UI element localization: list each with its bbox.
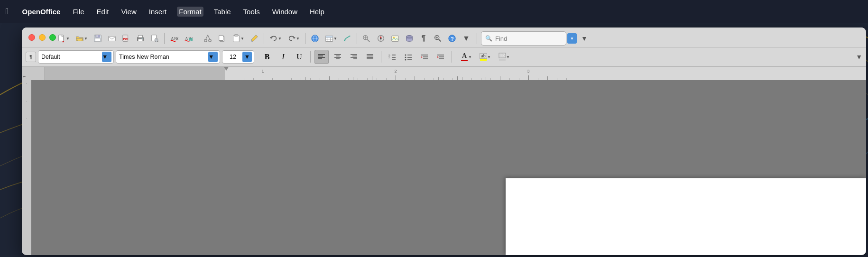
toolbar-row2: ¶ Default ▼ Times New Roman ▼ 12 ▼ <box>22 47 866 65</box>
find-bar[interactable]: 🔍 <box>481 31 566 46</box>
close-button[interactable] <box>28 34 35 41</box>
minimize-button[interactable] <box>39 34 46 41</box>
italic-button[interactable]: I <box>276 50 290 64</box>
draw-function-button[interactable] <box>341 32 354 45</box>
svg-rect-9 <box>139 36 143 38</box>
unordered-list-button[interactable] <box>401 50 416 64</box>
maximize-button[interactable] <box>49 34 56 41</box>
ordered-list-button[interactable]: 1. 2. <box>385 50 399 64</box>
paragraph-style-icon: ¶ <box>26 52 36 62</box>
paste-button[interactable]: ▼ <box>230 32 247 45</box>
find-replace-button[interactable] <box>360 32 373 45</box>
svg-point-11 <box>142 38 143 39</box>
copy-button[interactable] <box>215 32 229 45</box>
find-dropdown-button[interactable]: ▼ <box>567 33 577 44</box>
menu-edit[interactable]: Edit <box>95 7 111 17</box>
insert-table-button[interactable]: ▼ <box>323 32 340 45</box>
align-center-button[interactable] <box>331 50 345 64</box>
navigator-button[interactable] <box>374 32 388 45</box>
justify-button[interactable] <box>363 50 377 64</box>
svg-text:✓: ✓ <box>190 38 192 41</box>
vertical-ruler: · · · <box>22 80 31 255</box>
svg-line-52 <box>439 39 441 42</box>
separator-find <box>477 33 477 44</box>
svg-point-49 <box>406 36 413 38</box>
new-doc-button[interactable]: ▼ <box>55 32 72 45</box>
toolbar-row1: ▼ ▼ <box>22 29 866 47</box>
document-content[interactable] <box>31 80 866 255</box>
find-input[interactable] <box>495 35 547 42</box>
horizontal-ruler: 1 2 3 <box>45 67 866 80</box>
underline-button[interactable]: U <box>292 50 306 64</box>
menu-tools[interactable]: Tools <box>241 7 262 17</box>
save-button[interactable] <box>91 32 104 45</box>
bold-button[interactable]: B <box>260 50 274 64</box>
highlight-color-button[interactable]: ab ▼ <box>475 50 492 64</box>
separator-fmt3 <box>452 51 452 63</box>
hyperlink-button[interactable] <box>308 32 322 45</box>
svg-line-22 <box>206 35 208 40</box>
database-button[interactable] <box>403 32 416 45</box>
menu-insert[interactable]: Insert <box>147 7 169 17</box>
open-button[interactable]: ▼ <box>73 32 90 45</box>
menu-table[interactable]: Table <box>212 7 233 17</box>
apple-menu[interactable]:  <box>6 7 9 17</box>
formatting-marks-button[interactable]: ¶ <box>417 32 430 45</box>
menu-openoffice[interactable]: OpenOffice <box>20 7 63 17</box>
font-color-button[interactable]: A ▼ <box>456 50 473 64</box>
format-paintbrush-button[interactable] <box>248 32 261 45</box>
menu-format[interactable]: Format <box>177 7 203 17</box>
font-size-select[interactable]: 12 ▼ <box>222 50 254 64</box>
print-preview-button[interactable] <box>148 32 161 45</box>
menu-view[interactable]: View <box>119 7 138 17</box>
insert-image-button[interactable] <box>388 32 402 45</box>
char-shading-button[interactable]: ▼ <box>494 50 511 64</box>
svg-text:2.: 2. <box>388 56 390 59</box>
increase-indent-button[interactable] <box>434 50 448 64</box>
font-name-value: Times New Roman <box>119 54 206 60</box>
mac-menubar:  OpenOffice File Edit View Insert Forma… <box>0 0 868 23</box>
menu-window[interactable]: Window <box>270 7 299 17</box>
find-next-button[interactable]: ▼ <box>578 32 591 45</box>
zoom-button[interactable] <box>431 32 444 45</box>
align-left-button[interactable] <box>314 50 329 64</box>
cut-button[interactable] <box>201 32 214 45</box>
font-size-dropdown[interactable]: ▼ <box>242 52 252 62</box>
svg-point-45 <box>380 38 382 39</box>
paragraph-style-select[interactable]: Default ▼ <box>38 50 114 64</box>
document-area[interactable]: · · · <box>22 80 866 255</box>
paragraph-style-dropdown[interactable]: ▼ <box>102 52 111 62</box>
paragraph-style-value: Default <box>41 54 100 60</box>
ruler-container: ⌐ 1 2 3 <box>22 67 866 80</box>
decrease-indent-button[interactable] <box>417 50 432 64</box>
font-name-dropdown[interactable]: ▼ <box>208 52 218 62</box>
svg-rect-25 <box>219 36 223 41</box>
print-button[interactable] <box>134 32 147 45</box>
document-page[interactable] <box>506 178 866 255</box>
app-window: ▼ ▼ <box>22 28 866 255</box>
help-button[interactable]: ? <box>445 32 459 45</box>
email-button[interactable] <box>105 32 119 45</box>
svg-text:PDF: PDF <box>123 37 129 40</box>
redo-button[interactable]: ▼ <box>285 32 302 45</box>
separator-fmt1 <box>310 51 311 63</box>
menu-file[interactable]: File <box>71 7 86 17</box>
spellcheck-button[interactable]: ABC <box>167 32 181 45</box>
separator4 <box>305 33 305 44</box>
align-right-button[interactable] <box>347 50 361 64</box>
svg-rect-28 <box>234 35 238 37</box>
svg-rect-5 <box>109 37 115 41</box>
font-name-select[interactable]: Times New Roman ▼ <box>116 50 220 64</box>
autocorrect-button[interactable]: ABC ✓ <box>182 32 195 45</box>
menu-help[interactable]: Help <box>308 7 326 17</box>
traffic-lights <box>28 34 56 41</box>
toolbar-expand-button[interactable]: ▼ <box>460 32 473 45</box>
svg-line-15 <box>157 41 158 42</box>
undo-button[interactable]: ▼ <box>267 32 284 45</box>
toolbar2-overflow[interactable]: ▼ <box>856 53 862 61</box>
svg-text:?: ? <box>451 36 454 42</box>
export-pdf-button[interactable]: PDF <box>120 32 133 45</box>
svg-point-80 <box>405 59 406 60</box>
separator2 <box>198 33 198 44</box>
separator-fmt2 <box>381 51 381 63</box>
